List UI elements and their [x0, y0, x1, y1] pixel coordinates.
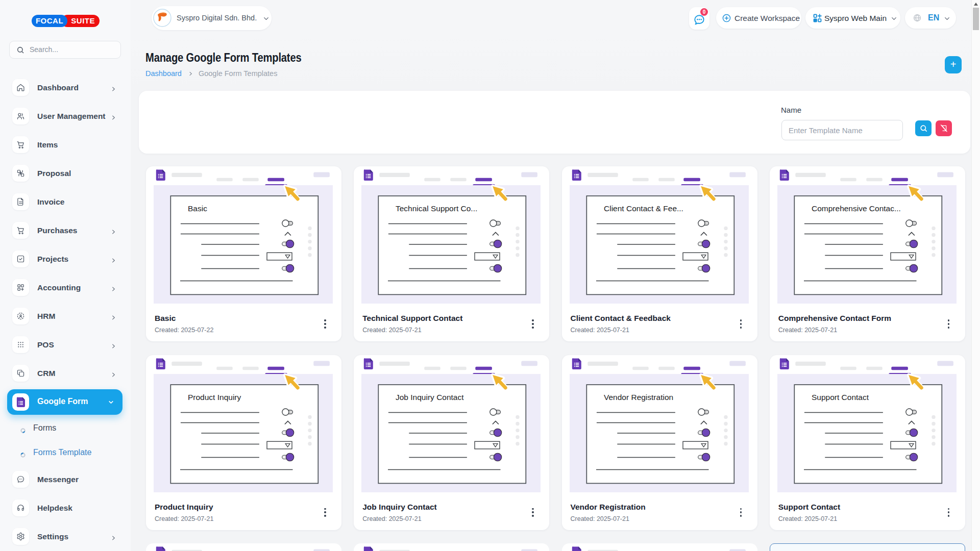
svg-text:Basic: Basic	[188, 204, 207, 213]
svg-text:Support Contact: Support Contact	[812, 393, 869, 402]
svg-text:Technical Support Co...: Technical Support Co...	[396, 204, 477, 213]
svg-text:Client Contact & Fee...: Client Contact & Fee...	[604, 204, 683, 213]
svg-text:Job Inquiry Contact: Job Inquiry Contact	[396, 393, 464, 402]
svg-text:Product Inquiry: Product Inquiry	[188, 393, 241, 402]
svg-text:Vendor Registration: Vendor Registration	[604, 393, 673, 402]
svg-text:Comprehensive Contac...: Comprehensive Contac...	[812, 204, 901, 213]
